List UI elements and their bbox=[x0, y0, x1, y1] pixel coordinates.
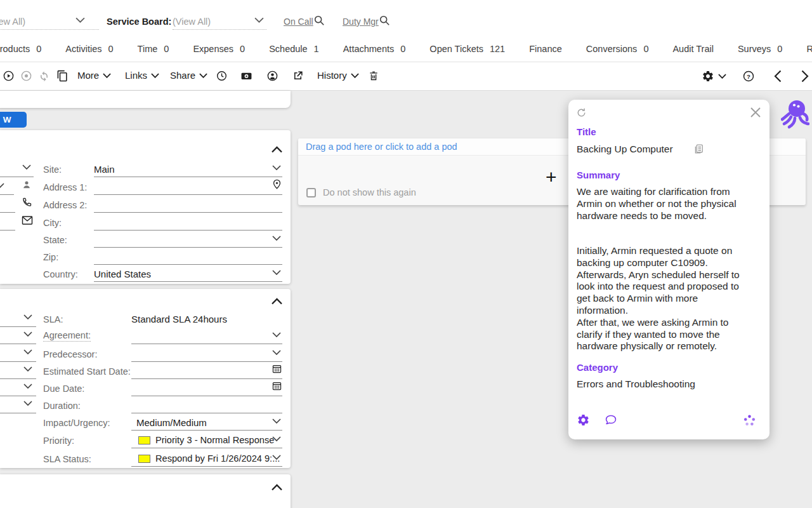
assistant-summary-p2: Initially, Armin requested a quote on ba… bbox=[577, 245, 750, 352]
clipped-field[interactable] bbox=[0, 398, 36, 413]
board-filter-value: (View All) bbox=[0, 17, 25, 27]
tab-schedule[interactable]: Schedule1 bbox=[269, 44, 319, 54]
location-pin-icon[interactable] bbox=[272, 178, 282, 192]
tab-surveys[interactable]: Surveys0 bbox=[738, 44, 782, 54]
dont-show-again-checkbox[interactable] bbox=[306, 188, 316, 197]
form-row: Due Date: bbox=[0, 380, 282, 396]
clipped-field[interactable] bbox=[0, 346, 36, 362]
share-menu-button[interactable]: Share bbox=[170, 70, 207, 81]
assistant-settings-gear-icon[interactable] bbox=[577, 413, 590, 429]
help-icon[interactable]: ? bbox=[742, 70, 755, 83]
clipped-field[interactable] bbox=[0, 197, 15, 213]
refresh-icon[interactable] bbox=[576, 107, 587, 121]
tab-activities[interactable]: Activities0 bbox=[65, 44, 113, 54]
chevron-down-icon bbox=[272, 433, 281, 443]
duration-input[interactable] bbox=[131, 398, 282, 413]
bottom-section-card bbox=[0, 474, 291, 508]
tab-expenses[interactable]: Expenses0 bbox=[193, 44, 245, 54]
calendar-icon[interactable] bbox=[272, 380, 282, 393]
tab-conversions[interactable]: Conversions0 bbox=[586, 44, 649, 54]
address1-input[interactable] bbox=[94, 179, 282, 195]
tab-products[interactable]: Products0 bbox=[0, 44, 41, 54]
due-date-input[interactable] bbox=[131, 380, 282, 396]
tab-finance[interactable]: Finance bbox=[529, 44, 562, 54]
close-icon[interactable] bbox=[750, 107, 761, 121]
tab-time[interactable]: Time0 bbox=[138, 44, 169, 54]
tab-audit-trail[interactable]: Audit Trail bbox=[672, 44, 713, 54]
form-row: Address 1: bbox=[0, 178, 282, 195]
record-circle-icon[interactable] bbox=[20, 70, 32, 82]
links-menu-button[interactable]: Links bbox=[125, 70, 159, 81]
add-pod-button[interactable]: + bbox=[546, 166, 557, 188]
impact-urgency-select[interactable]: Medium/Medium bbox=[131, 415, 282, 431]
settings-menu-button[interactable] bbox=[702, 70, 726, 83]
open-in-new-icon[interactable] bbox=[292, 70, 304, 82]
tab-count: 0 bbox=[777, 44, 782, 54]
chevron-right-icon[interactable] bbox=[801, 70, 809, 83]
clipped-field[interactable] bbox=[0, 161, 34, 177]
state-select[interactable] bbox=[94, 232, 282, 248]
priority-select[interactable]: Priority 3 - Normal Response bbox=[131, 432, 282, 448]
refresh-icon[interactable] bbox=[38, 70, 50, 82]
field-label: Address 1: bbox=[43, 182, 87, 192]
chevron-down-icon bbox=[22, 161, 31, 172]
tab-open-tickets[interactable]: Open Tickets121 bbox=[429, 44, 505, 54]
service-board-value: (View All) bbox=[173, 17, 211, 27]
chevron-down-icon bbox=[23, 380, 32, 391]
history-menu-button[interactable]: History bbox=[317, 70, 359, 81]
service-board-select[interactable]: (View All) bbox=[173, 13, 266, 30]
form-row: Impact/Urgency: Medium/Medium bbox=[0, 414, 282, 431]
priority-color-swatch bbox=[138, 436, 150, 444]
address2-input[interactable] bbox=[94, 197, 282, 213]
collapse-section-icon[interactable] bbox=[271, 482, 283, 493]
phone-icon[interactable] bbox=[22, 197, 32, 210]
clipped-field[interactable] bbox=[0, 215, 15, 231]
chevron-left-icon[interactable] bbox=[774, 70, 782, 83]
octopus-assistant-icon[interactable] bbox=[781, 100, 809, 133]
email-icon[interactable] bbox=[22, 215, 33, 228]
more-menu-button[interactable]: More bbox=[77, 70, 111, 81]
contact-icon[interactable] bbox=[266, 70, 278, 82]
site-select[interactable]: Main bbox=[94, 161, 282, 177]
calendar-icon[interactable] bbox=[272, 363, 282, 376]
clock-icon[interactable] bbox=[216, 70, 228, 82]
zip-input[interactable] bbox=[94, 249, 282, 265]
form-row: SLA Status: Respond by Fri 1/26/2024 9:.… bbox=[0, 450, 282, 467]
tab-attachments[interactable]: Attachments0 bbox=[343, 44, 406, 54]
money-icon[interactable] bbox=[240, 70, 253, 82]
search-icon[interactable] bbox=[313, 15, 325, 29]
delete-icon[interactable] bbox=[368, 70, 379, 82]
copy-icon[interactable] bbox=[693, 143, 705, 157]
copy-icon[interactable] bbox=[56, 70, 69, 82]
search-icon[interactable] bbox=[379, 15, 390, 29]
field-label: State: bbox=[43, 235, 67, 245]
country-select[interactable]: United States bbox=[94, 266, 282, 282]
estimated-start-date-input[interactable] bbox=[131, 363, 282, 379]
play-circle-icon[interactable] bbox=[3, 70, 15, 82]
clipped-field[interactable] bbox=[0, 363, 36, 379]
duty-mgr-link[interactable]: Duty Mgr bbox=[343, 17, 379, 27]
tab-count: 0 bbox=[400, 44, 405, 54]
chevron-down-icon bbox=[254, 15, 264, 25]
tab-rma[interactable]: RMA0 bbox=[806, 44, 812, 54]
agreement-label-link[interactable]: Agreement: bbox=[43, 330, 91, 342]
ai-assistant-popup: Title Backing Up Computer Summary We are… bbox=[568, 100, 769, 439]
collapse-section-icon[interactable] bbox=[271, 296, 283, 307]
on-call-link[interactable]: On Call bbox=[284, 17, 313, 27]
clipped-field[interactable] bbox=[0, 311, 36, 327]
collapse-section-icon[interactable] bbox=[271, 144, 283, 156]
agreement-select[interactable] bbox=[131, 328, 282, 344]
sla-status-select[interactable]: Respond by Fri 1/26/2024 9:... bbox=[131, 451, 282, 467]
chat-bubble-icon[interactable] bbox=[604, 413, 618, 429]
service-board-label: Service Board: bbox=[107, 17, 171, 27]
board-filter-select[interactable]: (View All) bbox=[0, 13, 99, 30]
chevron-down-icon bbox=[23, 345, 32, 357]
predecessor-select[interactable] bbox=[131, 346, 282, 362]
city-input[interactable] bbox=[94, 215, 282, 231]
tab-count: 0 bbox=[36, 44, 41, 54]
clipped-field[interactable] bbox=[0, 328, 36, 344]
person-icon[interactable] bbox=[22, 180, 32, 192]
chevron-down-icon bbox=[272, 266, 281, 277]
form-row: State: bbox=[0, 231, 282, 248]
clipped-field[interactable] bbox=[0, 380, 36, 396]
